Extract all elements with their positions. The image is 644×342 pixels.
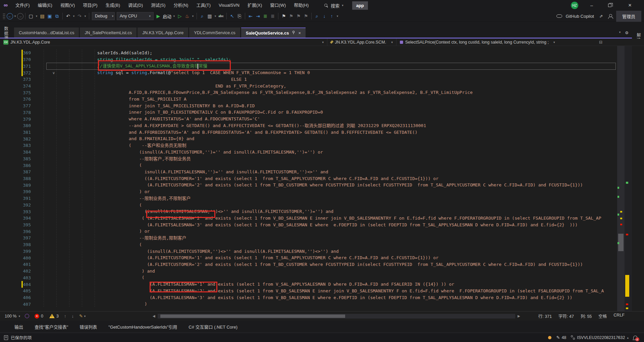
notifications-bell-icon[interactable]: 2 xyxy=(633,336,637,339)
panel-tab[interactable]: 错误列表 xyxy=(79,324,97,330)
code-line-370[interactable]: 370 string filterSalerIds = string.Join(… xyxy=(0,56,632,63)
menu-item[interactable]: 文件(F) xyxy=(11,0,34,11)
solution-platform-select[interactable]: Any CPU ▾ xyxy=(117,12,154,20)
scroll-left-icon[interactable]: ◀ xyxy=(153,314,155,318)
hot-reload-dropdown[interactable]: ▾ xyxy=(191,12,195,20)
pin-icon[interactable] xyxy=(292,31,295,36)
code-line-399[interactable]: 399 (isnull(A.FLIMITCUSTOMER,'')<>'' and… xyxy=(0,248,632,255)
pending-edits[interactable]: ✎ 48 xyxy=(556,335,566,340)
start-button-label[interactable]: 启动 xyxy=(163,13,171,19)
preview-window-button[interactable]: ▥ xyxy=(206,12,213,20)
breadcrumb-project[interactable]: C# JN.K3.YDL.App.Core ▾ xyxy=(0,39,327,46)
code-line-388[interactable]: 388 ((A.FLIMITCUSTOMER='1' and exists (s… xyxy=(0,175,632,182)
redo-dropdown[interactable]: ▾ xyxy=(83,12,87,20)
new-file-dropdown[interactable]: ▾ xyxy=(35,12,39,20)
hot-reload-button[interactable]: ♨ xyxy=(183,12,191,20)
code-editor[interactable]: 369 salerIds.Add(saleId);370 string filt… xyxy=(0,46,644,311)
code-line-373[interactable]: 373 ELSE 1 xyxy=(0,76,632,83)
previous-bookmark-button[interactable]: ⚑ xyxy=(287,12,295,20)
menu-item[interactable]: 编辑(E) xyxy=(34,0,56,11)
background-tasks-icon[interactable] xyxy=(548,336,551,339)
minimize-button[interactable]: – xyxy=(584,0,599,11)
navigate-forward-button[interactable]: → xyxy=(17,13,23,19)
toggle-bookmark-button[interactable]: ⚑ xyxy=(280,12,287,20)
code-line-406[interactable]: 406 (A.FLIMITSALESMAN='3' and exists (se… xyxy=(0,294,632,301)
preview-dropdown[interactable]: ▾ xyxy=(213,12,217,20)
code-line-403[interactable]: 403 ( xyxy=(0,274,632,281)
start-debug-button[interactable]: ▶ xyxy=(155,12,162,20)
tab-list-dropdown[interactable]: ▾ xyxy=(619,31,621,35)
uncomment-lines-button[interactable]: ≣ xyxy=(269,12,276,20)
spell-check-button[interactable]: abc xyxy=(217,12,225,20)
live-share-icon[interactable] xyxy=(25,314,29,318)
code-line-378[interactable]: 378 inner join T_BD_FLEXSITEMDETAILV C o… xyxy=(0,109,632,116)
code-line-372[interactable]: 372∨ string sql = string.Format(@"select… xyxy=(0,69,632,76)
menu-item[interactable]: 扩展(X) xyxy=(244,0,266,11)
undo-dropdown[interactable]: ▾ xyxy=(72,12,76,20)
start-without-debug-button[interactable]: ▷ xyxy=(176,12,183,20)
document-tab[interactable]: JN_SalePriceItemList.cs xyxy=(80,27,137,38)
menu-item[interactable]: 分析(N) xyxy=(169,0,192,11)
menu-item[interactable]: 工具(T) xyxy=(192,0,215,11)
code-line-386[interactable]: 386 ( xyxy=(0,162,632,169)
close-button[interactable]: × xyxy=(623,0,637,11)
code-line-387[interactable]: 387 isnull(A.FLIMITSALESMAN,'')='' and i… xyxy=(0,169,632,175)
code-line-376[interactable]: 376 from T_SAL_PRICELIST A xyxy=(0,96,632,103)
menu-item[interactable]: 窗口(W) xyxy=(266,0,290,11)
solution-configuration-select[interactable]: Debug ▾ xyxy=(92,12,115,20)
next-issue-button[interactable]: ↓ xyxy=(71,314,74,319)
increase-indent-button[interactable]: ⇥ xyxy=(254,12,262,20)
save-all-button[interactable]: ⧉ xyxy=(53,12,61,20)
pointer-select-button[interactable]: ↖ xyxy=(228,12,236,20)
server-connection[interactable]: ISVVLEU2022082317632 ▴ xyxy=(571,335,629,340)
menu-item[interactable]: 项目(P) xyxy=(79,0,101,11)
code-line-382[interactable]: 382 and B.FMATERIALID={0} and xyxy=(0,135,632,142)
code-line-400[interactable]: 400 (A.FLIMITCUSTOMER='1' and exists (se… xyxy=(0,254,632,261)
share-feedback-icon[interactable]: ⇗ xyxy=(597,12,605,20)
redo-button[interactable]: ↷ xyxy=(76,12,83,20)
code-line-397[interactable]: 397 --限制业务员,限制客户 xyxy=(0,235,632,241)
code-line-390[interactable]: 390 ) or xyxy=(0,188,632,195)
warning-count[interactable]: 3 xyxy=(56,314,59,319)
github-copilot-icon[interactable] xyxy=(556,14,562,18)
breadcrumb-type[interactable]: JN.K3.YDL.App.Core.SCM.SaleQuoteService … xyxy=(327,39,396,46)
code-line-404[interactable]: 404 (A.FLIMITSALESMAN='1' and exists (se… xyxy=(0,281,632,288)
code-line-389[interactable]: 389 (A.FLIMITCUSTOMER='2' and exists (se… xyxy=(0,182,632,188)
navigate-back-button[interactable]: ← xyxy=(7,13,13,19)
code-line-384[interactable]: 384 (isnull(A.FLIMITCUSTOMER,'')='' and … xyxy=(0,149,632,156)
next-bookmark-button[interactable]: ⚑ xyxy=(295,12,302,20)
open-file-button[interactable]: ▤ xyxy=(39,12,46,20)
split-editor-icon[interactable]: ⊟ xyxy=(599,40,602,45)
cursor-col-indicator[interactable]: 列: 55 xyxy=(581,313,592,319)
search-control[interactable]: 搜索 ▾ xyxy=(324,2,343,9)
code-line-395[interactable]: 395 (A.FLIMITSALESMAN='3' and exists (se… xyxy=(0,222,632,228)
code-line-369[interactable]: 369 salerIds.Add(saleId); xyxy=(0,50,632,56)
new-file-button[interactable]: ▢ xyxy=(27,12,35,20)
menu-item[interactable]: VisualSVN xyxy=(215,0,244,11)
go-up-button[interactable]: ↑ xyxy=(328,12,335,20)
code-line-401[interactable]: 401 (A.FLIMITCUSTOMER='2' and exists (se… xyxy=(0,261,632,268)
prev-issue-button[interactable]: ↑ xyxy=(64,314,66,319)
restore-button[interactable] xyxy=(602,0,617,11)
indentation-indicator[interactable]: 空格 xyxy=(598,313,607,319)
toolbar-drag-handle-icon[interactable] xyxy=(3,13,5,19)
code-line-394[interactable]: 394 ( (A.FLIMITSALESMAN='2' and exists (… xyxy=(0,215,632,222)
undo-button[interactable]: ↶ xyxy=(64,12,72,20)
menu-item[interactable]: 帮助(H) xyxy=(290,0,313,11)
panel-tab[interactable]: "GetCustomHandoverSalerIds"引用 xyxy=(108,324,177,330)
code-line-392[interactable]: 392 ( xyxy=(0,202,632,209)
code-line-374[interactable]: 374 END as F_VTR_PriceCategory, xyxy=(0,83,632,90)
menu-item[interactable]: 测试(S) xyxy=(147,0,169,11)
error-count[interactable]: 0 xyxy=(41,314,43,319)
code-line-393[interactable]: 393 (isnull(A.FLIMITSALESMAN,'')<>'' and… xyxy=(0,208,632,215)
cursor-char-indicator[interactable]: 字符: 47 xyxy=(558,313,574,319)
menu-item[interactable]: 生成(B) xyxy=(102,0,124,11)
vertical-scrollbar[interactable] xyxy=(617,46,625,311)
navigate-back-dropdown[interactable]: ▾ xyxy=(13,12,17,20)
code-line-405[interactable]: 405 (A.FLIMITSALESMAN='2' and exists (se… xyxy=(0,288,632,294)
code-line-391[interactable]: 391 --限制业务员,不限制客户 xyxy=(0,195,632,202)
close-tab-icon[interactable]: × xyxy=(298,31,301,36)
chevron-down-icon[interactable]: ▾ xyxy=(342,4,343,7)
panel-tab[interactable]: 输出 xyxy=(14,324,23,330)
cursor-line-indicator[interactable]: 行: 371 xyxy=(538,313,552,319)
